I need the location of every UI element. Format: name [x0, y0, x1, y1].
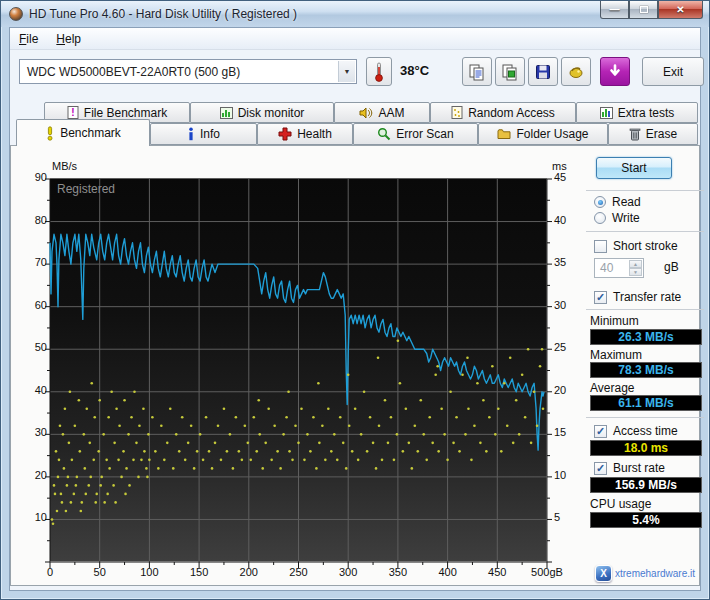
- y-axis-tick-label: 80: [21, 214, 47, 226]
- tab-disk-monitor[interactable]: Disk monitor: [190, 102, 334, 123]
- access-time-checkbox[interactable]: ✓: [594, 425, 607, 438]
- tab-benchmark[interactable]: Benchmark: [16, 119, 150, 146]
- spinner-up-icon[interactable]: ▲: [629, 260, 642, 268]
- tab-folder-usage[interactable]: Folder Usage: [478, 123, 608, 145]
- tab-label: Benchmark: [60, 126, 121, 140]
- x-axis-tick-label: 150: [178, 566, 220, 578]
- y-axis-tick-label: 20: [554, 384, 584, 396]
- y-axis-tick-label: 25: [554, 341, 584, 353]
- write-radio[interactable]: [594, 212, 606, 224]
- separator: [586, 231, 704, 232]
- tab-label: File Benchmark: [84, 106, 167, 120]
- y-axis-tick-label: 20: [21, 469, 47, 481]
- hdtune-app-icon: [9, 7, 23, 21]
- save-button[interactable]: [528, 57, 558, 86]
- file-benchmark-icon: !: [67, 106, 79, 119]
- menu-help[interactable]: Help: [47, 29, 90, 49]
- speaker-icon: [359, 107, 373, 119]
- burst-rate-checkbox[interactable]: ✓: [594, 462, 607, 475]
- disk-monitor-icon: [220, 107, 233, 119]
- x-axis-tick-label: 450: [476, 566, 518, 578]
- burst-rate-value: 156.9 MB/s: [590, 477, 702, 493]
- y-axis-tick-label: 5: [554, 511, 584, 523]
- x-axis-tick-label: 250: [278, 566, 320, 578]
- read-label: Read: [612, 195, 641, 209]
- menu-file[interactable]: File: [10, 29, 47, 49]
- menu-help-accel: H: [56, 32, 65, 46]
- minimum-value: 26.3 MB/s: [590, 329, 702, 345]
- window-controls: — ✕: [600, 1, 703, 19]
- read-radio-row[interactable]: Read: [594, 195, 641, 209]
- spinner-arrows[interactable]: ▲ ▼: [629, 260, 642, 276]
- tab-error-scan[interactable]: Error Scan: [353, 123, 478, 145]
- y-axis-tick-label: 70: [21, 256, 47, 268]
- close-button[interactable]: ✕: [658, 1, 703, 19]
- random-access-icon: [451, 106, 463, 119]
- x-axis-tick-label: 200: [228, 566, 270, 578]
- transfer-rate-checkbox[interactable]: ✓: [594, 291, 607, 304]
- temperature-value: 38°C: [400, 63, 429, 78]
- site-watermark-text: xtremehardware.it: [615, 568, 695, 579]
- title-bar[interactable]: HD Tune Pro 4.60 - Hard Disk Utility ( R…: [1, 1, 709, 27]
- tab-random-access[interactable]: Random Access: [430, 102, 576, 123]
- cpu-usage-label: CPU usage: [590, 497, 651, 511]
- tab-label: Disk monitor: [238, 106, 305, 120]
- tab-info[interactable]: Info: [150, 123, 257, 145]
- tab-label: Random Access: [468, 106, 555, 120]
- y-axis-tick-label: 35: [554, 256, 584, 268]
- download-button[interactable]: [600, 57, 630, 86]
- benchmark-side-panel: Start Read Write Short stroke 4: [586, 146, 708, 585]
- temperature-button[interactable]: [366, 57, 392, 86]
- maximum-label: Maximum: [590, 348, 642, 362]
- site-watermark: X xtremehardware.it: [595, 565, 695, 582]
- write-label: Write: [612, 211, 640, 225]
- average-label: Average: [590, 381, 634, 395]
- maximum-value: 78.3 MB/s: [590, 362, 702, 378]
- chevron-down-icon[interactable]: ▼: [338, 61, 355, 82]
- y-axis-tick-label: 45: [554, 171, 584, 183]
- short-stroke-control: 40 ▲ ▼ gB: [594, 258, 704, 278]
- read-radio[interactable]: [594, 196, 606, 208]
- access-time-label: Access time: [613, 424, 678, 438]
- tab-erase[interactable]: Erase: [608, 123, 698, 145]
- maximize-button[interactable]: [629, 1, 658, 19]
- short-stroke-input[interactable]: 40 ▲ ▼: [594, 258, 644, 278]
- short-stroke-unit: gB: [664, 260, 679, 274]
- x-axis-tick-label: 100: [128, 566, 170, 578]
- menu-file-rest: ile: [26, 32, 38, 46]
- thermometer-icon: [372, 61, 386, 83]
- separator: [586, 190, 704, 191]
- tab-extra-tests[interactable]: Extra tests: [576, 102, 698, 123]
- short-stroke-row[interactable]: Short stroke: [594, 239, 678, 253]
- tab-row-primary: Benchmark Info Health Error Scan: [16, 123, 698, 145]
- write-radio-row[interactable]: Write: [594, 211, 640, 225]
- copy-image-button[interactable]: [495, 57, 525, 86]
- average-value: 61.1 MB/s: [590, 395, 702, 411]
- cpu-usage-value: 5.4%: [590, 512, 702, 528]
- export-button[interactable]: [561, 57, 591, 86]
- transfer-rate-row[interactable]: ✓ Transfer rate: [594, 290, 681, 304]
- burst-rate-row[interactable]: ✓ Burst rate: [594, 461, 665, 475]
- separator: [586, 309, 704, 310]
- separator: [586, 417, 704, 418]
- start-button[interactable]: Start: [596, 157, 672, 179]
- copy-text-icon: [468, 63, 486, 81]
- benchmark-icon: [45, 126, 55, 141]
- exit-button[interactable]: Exit: [642, 57, 704, 86]
- short-stroke-checkbox[interactable]: [594, 240, 607, 253]
- x-axis-tick-label: 400: [427, 566, 469, 578]
- tab-aam[interactable]: AAM: [334, 102, 430, 123]
- tab-health[interactable]: Health: [257, 123, 353, 145]
- copy-text-button[interactable]: [462, 57, 492, 86]
- drive-select-dropdown[interactable]: WDC WD5000BEVT-22A0RT0 (500 gB) ▼: [19, 59, 357, 84]
- short-stroke-label: Short stroke: [613, 239, 678, 253]
- spinner-down-icon[interactable]: ▼: [629, 268, 642, 276]
- drive-select-value: WDC WD5000BEVT-22A0RT0 (500 gB): [27, 65, 240, 79]
- site-logo-icon: X: [595, 565, 612, 582]
- left-axis-unit: MB/s: [52, 160, 77, 172]
- access-time-row[interactable]: ✓ Access time: [594, 424, 678, 438]
- trash-icon: [629, 127, 641, 141]
- minimize-button[interactable]: —: [600, 1, 629, 19]
- y-axis-tick-label: 30: [554, 299, 584, 311]
- x-axis-tick-label: 0: [29, 566, 71, 578]
